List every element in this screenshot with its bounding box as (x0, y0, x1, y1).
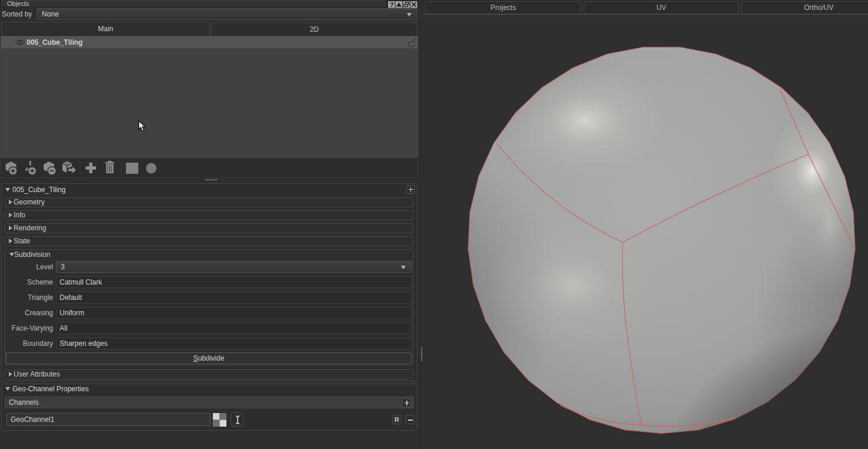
svg-text:?: ? (390, 1, 394, 8)
